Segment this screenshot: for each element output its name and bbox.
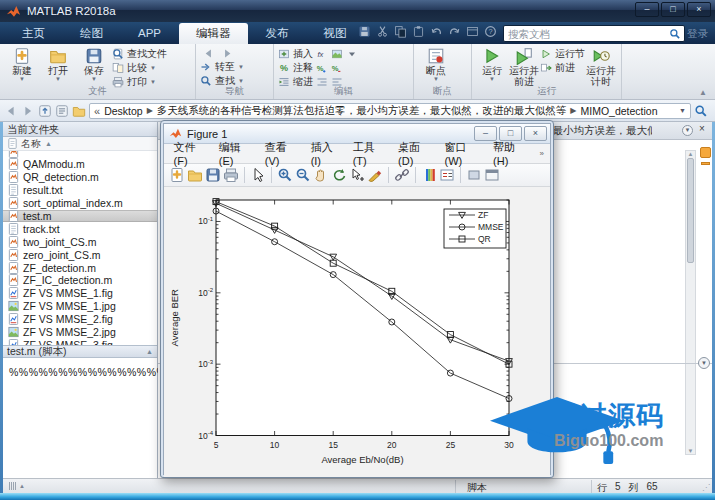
- up-icon[interactable]: [38, 104, 52, 118]
- ribbon-tab-主页[interactable]: 主页: [5, 23, 62, 44]
- percent-remove-icon[interactable]: %: [331, 62, 343, 74]
- figure-menu-工具(T)[interactable]: 工具(T): [346, 140, 391, 167]
- ribbon-button-查找文件[interactable]: 查找文件: [112, 47, 167, 61]
- ribbon-button-断点[interactable]: 断点▼: [419, 47, 453, 82]
- figure-menu-文件(F)[interactable]: 文件(F): [167, 140, 212, 167]
- cut-icon[interactable]: [376, 25, 389, 38]
- back-icon[interactable]: [202, 47, 215, 60]
- figure-menu-查看(V)[interactable]: 查看(V): [258, 140, 304, 167]
- file-row-QR_detection.m[interactable]: QR_detection.m: [3, 171, 157, 184]
- ribbon-tab-视图[interactable]: 视图: [307, 23, 364, 44]
- ribbon-button-运行[interactable]: 运行▼: [477, 47, 507, 82]
- dock-figure-icon[interactable]: [466, 167, 482, 183]
- file-details-header[interactable]: test.m (脚本) ▲: [3, 345, 157, 358]
- file-row-ZF VS MMSE_1.fig[interactable]: ZF VS MMSE_1.fig: [3, 287, 157, 300]
- link-plots-icon[interactable]: [394, 167, 410, 183]
- rotate-icon[interactable]: [331, 167, 347, 183]
- ribbon-button-打开[interactable]: 打开▼: [41, 47, 75, 82]
- forward-icon[interactable]: [221, 47, 234, 60]
- close-button[interactable]: ×: [687, 2, 711, 17]
- figure-menu-插入(I)[interactable]: 插入(I): [304, 140, 346, 167]
- ribbon-button-前进[interactable]: 前进: [540, 61, 585, 75]
- sign-in-label[interactable]: 登录: [687, 27, 713, 41]
- ribbon-button-转至[interactable]: 转至▼: [200, 60, 244, 74]
- doc-search-input[interactable]: [504, 28, 669, 40]
- ribbon-button-运行并计时[interactable]: 运行并计时: [586, 47, 616, 87]
- undo-icon[interactable]: [430, 25, 443, 38]
- ribbon-button-比较[interactable]: 比较▼: [112, 61, 167, 75]
- figure-minimize-button[interactable]: –: [474, 126, 497, 141]
- breadcrumb-item[interactable]: MIMO_detection: [580, 105, 657, 117]
- menu-overflow-icon[interactable]: »: [533, 149, 550, 158]
- breadcrumb[interactable]: «Desktop▶多天线系统的各种信号检测算法包括迫零，最小均方误差，最大似然，…: [89, 103, 691, 119]
- scrollbar-thumb[interactable]: [687, 158, 694, 263]
- zoom-out-icon[interactable]: [295, 167, 311, 183]
- open-folder-icon[interactable]: [187, 167, 203, 183]
- panel-collapse-icon[interactable]: ▲: [146, 348, 153, 355]
- ribbon-tab-编辑器[interactable]: 编辑器: [179, 23, 248, 44]
- ribbon-tab-发布[interactable]: 发布: [249, 23, 306, 44]
- file-row-sort_optimal_index.m[interactable]: sort_optimal_index.m: [3, 197, 157, 210]
- folder-icon[interactable]: [72, 104, 86, 118]
- ribbon-button-运行并前进[interactable]: 运行并前进: [509, 47, 539, 87]
- save-icon[interactable]: [205, 167, 221, 183]
- ribbon-button-保存[interactable]: 保存▼: [77, 47, 111, 82]
- tab-list-icon[interactable]: ▼: [682, 125, 693, 136]
- percent-add-icon[interactable]: %: [316, 62, 328, 74]
- file-row-zero_joint_CS.m[interactable]: zero_joint_CS.m: [3, 248, 157, 261]
- file-row-QAMmodu.m[interactable]: QAMmodu.m: [3, 158, 157, 171]
- new-doc-icon[interactable]: [169, 167, 185, 183]
- figure-menu-帮助(H)[interactable]: 帮助(H): [487, 140, 533, 167]
- image-icon[interactable]: [331, 48, 343, 60]
- forward-icon[interactable]: [21, 104, 35, 118]
- legend-icon[interactable]: [439, 167, 455, 183]
- pointer-icon[interactable]: [250, 167, 266, 183]
- ribbon-tab-绘图[interactable]: 绘图: [63, 23, 120, 44]
- file-row-result.txt[interactable]: result.txt: [3, 184, 157, 197]
- figure-menu-桌面(D)[interactable]: 桌面(D): [392, 140, 438, 167]
- recent-icon[interactable]: [55, 104, 69, 118]
- minimize-button[interactable]: –: [635, 2, 659, 17]
- ribbon-button-注释[interactable]: %注释%%: [278, 61, 358, 75]
- switch-window-icon[interactable]: [466, 25, 479, 38]
- copy-icon[interactable]: [394, 25, 407, 38]
- save-icon[interactable]: [358, 25, 371, 38]
- figure-close-button[interactable]: ×: [524, 126, 547, 141]
- breadcrumb-item[interactable]: 多天线系统的各种信号检测算法包括迫零，最小均方误差，最大似然，改进的最大似然等: [157, 104, 567, 118]
- ribbon-button-新建[interactable]: 新建▼: [5, 47, 39, 82]
- breadcrumb-item[interactable]: Desktop: [104, 105, 143, 117]
- print-icon[interactable]: [223, 167, 239, 183]
- file-row-two_joint_CS.m[interactable]: two_joint_CS.m: [3, 235, 157, 248]
- file-row-ZF VS MMSE_1.jpg[interactable]: ZF VS MMSE_1.jpg: [3, 300, 157, 313]
- pan-icon[interactable]: [313, 167, 329, 183]
- figure-maximize-button[interactable]: □: [499, 126, 522, 141]
- datacursor-icon[interactable]: [349, 167, 365, 183]
- dropdown-icon[interactable]: [346, 48, 358, 60]
- brush-icon[interactable]: [367, 167, 383, 183]
- file-row-test.m[interactable]: test.m: [3, 210, 157, 223]
- dock-icon[interactable]: [484, 167, 500, 183]
- redo-icon[interactable]: [448, 25, 461, 38]
- file-row-ZF VS MMSE_2.fig[interactable]: ZF VS MMSE_2.fig: [3, 313, 157, 326]
- ribbon-tab-APP[interactable]: APP: [121, 23, 178, 44]
- figure-menu-编辑(E)[interactable]: 编辑(E): [212, 140, 258, 167]
- figure-menu-窗口(W)[interactable]: 窗口(W): [438, 140, 487, 167]
- help-icon[interactable]: ?: [484, 25, 497, 38]
- back-icon[interactable]: [4, 104, 18, 118]
- fx-icon[interactable]: fx: [316, 48, 328, 60]
- ribbon-button-插入[interactable]: 插入fx: [278, 47, 358, 61]
- file-row-clipped[interactable]: [3, 151, 157, 158]
- status-grip[interactable]: ▲: [9, 482, 25, 490]
- breadcrumb-dropdown-icon[interactable]: ▼: [679, 107, 686, 114]
- name-column-header[interactable]: 名称 ▲: [3, 137, 157, 151]
- search-icon[interactable]: [669, 28, 681, 40]
- file-row-ZF_IC_detection.m[interactable]: ZF_IC_detection.m: [3, 274, 157, 287]
- paste-icon[interactable]: [412, 25, 425, 38]
- scroll-up-icon[interactable]: ▲: [686, 151, 695, 157]
- file-row-ZF_detection.m[interactable]: ZF_detection.m: [3, 261, 157, 274]
- file-row-ZF VS MMSE_2.jpg[interactable]: ZF VS MMSE_2.jpg: [3, 326, 157, 339]
- file-row-track.txt[interactable]: track.txt: [3, 222, 157, 235]
- colorbar-icon[interactable]: [421, 167, 437, 183]
- maximize-button[interactable]: □: [661, 2, 685, 17]
- title-bar[interactable]: MATLAB R2018a – □ ×: [0, 0, 715, 22]
